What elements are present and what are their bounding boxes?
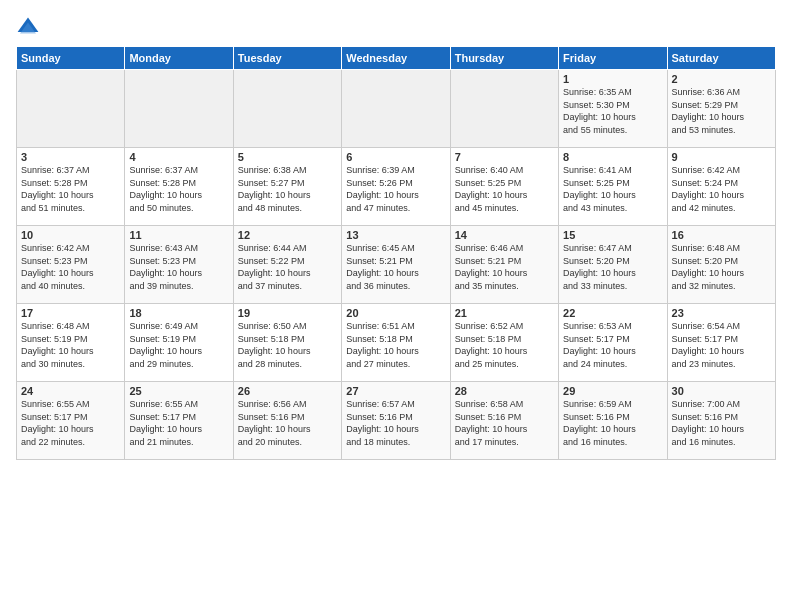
calendar-cell <box>17 70 125 148</box>
day-number: 29 <box>563 385 662 397</box>
day-info: Sunrise: 6:36 AM Sunset: 5:29 PM Dayligh… <box>672 86 771 136</box>
day-info: Sunrise: 6:42 AM Sunset: 5:23 PM Dayligh… <box>21 242 120 292</box>
header-day-sunday: Sunday <box>17 47 125 70</box>
calendar-header: SundayMondayTuesdayWednesdayThursdayFrid… <box>17 47 776 70</box>
calendar-cell <box>342 70 450 148</box>
header-row-days: SundayMondayTuesdayWednesdayThursdayFrid… <box>17 47 776 70</box>
calendar-cell <box>125 70 233 148</box>
header-day-tuesday: Tuesday <box>233 47 341 70</box>
calendar-cell: 24Sunrise: 6:55 AM Sunset: 5:17 PM Dayli… <box>17 382 125 460</box>
calendar-cell <box>233 70 341 148</box>
day-info: Sunrise: 6:55 AM Sunset: 5:17 PM Dayligh… <box>21 398 120 448</box>
calendar-cell: 15Sunrise: 6:47 AM Sunset: 5:20 PM Dayli… <box>559 226 667 304</box>
day-info: Sunrise: 6:35 AM Sunset: 5:30 PM Dayligh… <box>563 86 662 136</box>
header-row <box>16 16 776 40</box>
header-day-wednesday: Wednesday <box>342 47 450 70</box>
calendar-cell: 25Sunrise: 6:55 AM Sunset: 5:17 PM Dayli… <box>125 382 233 460</box>
day-info: Sunrise: 6:51 AM Sunset: 5:18 PM Dayligh… <box>346 320 445 370</box>
calendar-body: 1Sunrise: 6:35 AM Sunset: 5:30 PM Daylig… <box>17 70 776 460</box>
calendar-cell: 29Sunrise: 6:59 AM Sunset: 5:16 PM Dayli… <box>559 382 667 460</box>
day-info: Sunrise: 6:48 AM Sunset: 5:20 PM Dayligh… <box>672 242 771 292</box>
calendar-cell: 8Sunrise: 6:41 AM Sunset: 5:25 PM Daylig… <box>559 148 667 226</box>
day-info: Sunrise: 6:50 AM Sunset: 5:18 PM Dayligh… <box>238 320 337 370</box>
day-number: 26 <box>238 385 337 397</box>
day-info: Sunrise: 6:53 AM Sunset: 5:17 PM Dayligh… <box>563 320 662 370</box>
day-number: 10 <box>21 229 120 241</box>
day-info: Sunrise: 6:44 AM Sunset: 5:22 PM Dayligh… <box>238 242 337 292</box>
calendar-cell: 16Sunrise: 6:48 AM Sunset: 5:20 PM Dayli… <box>667 226 775 304</box>
calendar-week-1: 3Sunrise: 6:37 AM Sunset: 5:28 PM Daylig… <box>17 148 776 226</box>
calendar-cell: 28Sunrise: 6:58 AM Sunset: 5:16 PM Dayli… <box>450 382 558 460</box>
day-info: Sunrise: 6:46 AM Sunset: 5:21 PM Dayligh… <box>455 242 554 292</box>
day-info: Sunrise: 6:58 AM Sunset: 5:16 PM Dayligh… <box>455 398 554 448</box>
calendar-cell: 9Sunrise: 6:42 AM Sunset: 5:24 PM Daylig… <box>667 148 775 226</box>
day-info: Sunrise: 6:57 AM Sunset: 5:16 PM Dayligh… <box>346 398 445 448</box>
calendar-cell: 4Sunrise: 6:37 AM Sunset: 5:28 PM Daylig… <box>125 148 233 226</box>
day-number: 19 <box>238 307 337 319</box>
day-number: 22 <box>563 307 662 319</box>
calendar-cell: 3Sunrise: 6:37 AM Sunset: 5:28 PM Daylig… <box>17 148 125 226</box>
calendar-week-0: 1Sunrise: 6:35 AM Sunset: 5:30 PM Daylig… <box>17 70 776 148</box>
day-number: 9 <box>672 151 771 163</box>
day-number: 5 <box>238 151 337 163</box>
calendar-cell: 2Sunrise: 6:36 AM Sunset: 5:29 PM Daylig… <box>667 70 775 148</box>
day-number: 8 <box>563 151 662 163</box>
calendar-cell: 13Sunrise: 6:45 AM Sunset: 5:21 PM Dayli… <box>342 226 450 304</box>
day-number: 6 <box>346 151 445 163</box>
day-number: 21 <box>455 307 554 319</box>
day-info: Sunrise: 6:43 AM Sunset: 5:23 PM Dayligh… <box>129 242 228 292</box>
day-number: 7 <box>455 151 554 163</box>
logo-icon <box>16 16 40 40</box>
day-number: 14 <box>455 229 554 241</box>
header-day-thursday: Thursday <box>450 47 558 70</box>
day-number: 24 <box>21 385 120 397</box>
day-number: 1 <box>563 73 662 85</box>
calendar-cell: 17Sunrise: 6:48 AM Sunset: 5:19 PM Dayli… <box>17 304 125 382</box>
calendar-cell: 19Sunrise: 6:50 AM Sunset: 5:18 PM Dayli… <box>233 304 341 382</box>
calendar-cell <box>450 70 558 148</box>
calendar-cell: 12Sunrise: 6:44 AM Sunset: 5:22 PM Dayli… <box>233 226 341 304</box>
day-number: 4 <box>129 151 228 163</box>
calendar-cell: 6Sunrise: 6:39 AM Sunset: 5:26 PM Daylig… <box>342 148 450 226</box>
day-info: Sunrise: 6:39 AM Sunset: 5:26 PM Dayligh… <box>346 164 445 214</box>
day-info: Sunrise: 6:52 AM Sunset: 5:18 PM Dayligh… <box>455 320 554 370</box>
day-number: 27 <box>346 385 445 397</box>
calendar-table: SundayMondayTuesdayWednesdayThursdayFrid… <box>16 46 776 460</box>
day-info: Sunrise: 7:00 AM Sunset: 5:16 PM Dayligh… <box>672 398 771 448</box>
calendar-week-4: 24Sunrise: 6:55 AM Sunset: 5:17 PM Dayli… <box>17 382 776 460</box>
day-number: 25 <box>129 385 228 397</box>
day-info: Sunrise: 6:45 AM Sunset: 5:21 PM Dayligh… <box>346 242 445 292</box>
day-number: 20 <box>346 307 445 319</box>
header-day-saturday: Saturday <box>667 47 775 70</box>
day-info: Sunrise: 6:38 AM Sunset: 5:27 PM Dayligh… <box>238 164 337 214</box>
calendar-cell: 30Sunrise: 7:00 AM Sunset: 5:16 PM Dayli… <box>667 382 775 460</box>
calendar-cell: 26Sunrise: 6:56 AM Sunset: 5:16 PM Dayli… <box>233 382 341 460</box>
day-info: Sunrise: 6:37 AM Sunset: 5:28 PM Dayligh… <box>21 164 120 214</box>
calendar-cell: 21Sunrise: 6:52 AM Sunset: 5:18 PM Dayli… <box>450 304 558 382</box>
logo <box>16 16 44 40</box>
day-number: 13 <box>346 229 445 241</box>
calendar-cell: 1Sunrise: 6:35 AM Sunset: 5:30 PM Daylig… <box>559 70 667 148</box>
day-number: 3 <box>21 151 120 163</box>
day-info: Sunrise: 6:48 AM Sunset: 5:19 PM Dayligh… <box>21 320 120 370</box>
day-info: Sunrise: 6:41 AM Sunset: 5:25 PM Dayligh… <box>563 164 662 214</box>
day-number: 17 <box>21 307 120 319</box>
day-info: Sunrise: 6:54 AM Sunset: 5:17 PM Dayligh… <box>672 320 771 370</box>
calendar-cell: 11Sunrise: 6:43 AM Sunset: 5:23 PM Dayli… <box>125 226 233 304</box>
day-number: 28 <box>455 385 554 397</box>
day-number: 15 <box>563 229 662 241</box>
calendar-cell: 14Sunrise: 6:46 AM Sunset: 5:21 PM Dayli… <box>450 226 558 304</box>
calendar-cell: 23Sunrise: 6:54 AM Sunset: 5:17 PM Dayli… <box>667 304 775 382</box>
day-number: 2 <box>672 73 771 85</box>
header-day-monday: Monday <box>125 47 233 70</box>
day-number: 16 <box>672 229 771 241</box>
calendar-week-2: 10Sunrise: 6:42 AM Sunset: 5:23 PM Dayli… <box>17 226 776 304</box>
day-info: Sunrise: 6:42 AM Sunset: 5:24 PM Dayligh… <box>672 164 771 214</box>
day-info: Sunrise: 6:56 AM Sunset: 5:16 PM Dayligh… <box>238 398 337 448</box>
header-day-friday: Friday <box>559 47 667 70</box>
day-number: 30 <box>672 385 771 397</box>
day-info: Sunrise: 6:49 AM Sunset: 5:19 PM Dayligh… <box>129 320 228 370</box>
calendar-cell: 5Sunrise: 6:38 AM Sunset: 5:27 PM Daylig… <box>233 148 341 226</box>
calendar-cell: 18Sunrise: 6:49 AM Sunset: 5:19 PM Dayli… <box>125 304 233 382</box>
calendar-cell: 10Sunrise: 6:42 AM Sunset: 5:23 PM Dayli… <box>17 226 125 304</box>
